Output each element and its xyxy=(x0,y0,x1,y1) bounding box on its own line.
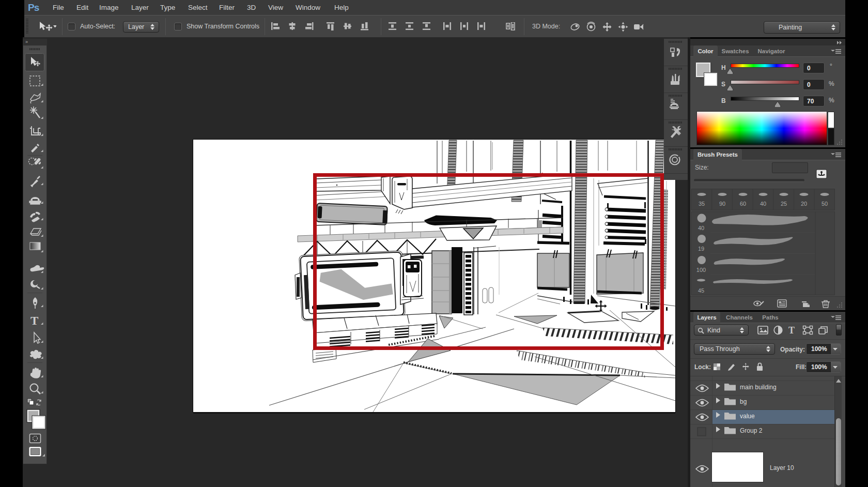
svg-text:100: 100 xyxy=(696,267,706,273)
svg-text:T: T xyxy=(788,325,795,336)
svg-text:35: 35 xyxy=(699,201,705,207)
svg-text:T: T xyxy=(30,314,38,327)
svg-text:50: 50 xyxy=(822,201,828,207)
svg-text:25: 25 xyxy=(781,201,787,207)
svg-text:19: 19 xyxy=(698,246,704,252)
svg-text:60: 60 xyxy=(740,201,746,207)
svg-text:40: 40 xyxy=(760,201,766,207)
svg-text:40: 40 xyxy=(698,225,704,231)
svg-text:90: 90 xyxy=(719,201,725,207)
svg-text:45: 45 xyxy=(698,287,704,294)
svg-text:20: 20 xyxy=(801,201,807,207)
